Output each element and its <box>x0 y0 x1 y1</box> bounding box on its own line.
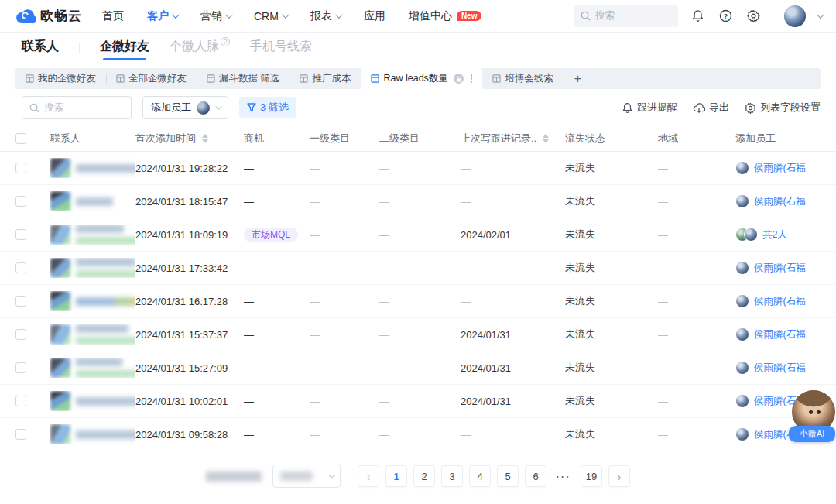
contact-cell[interactable] <box>50 424 135 444</box>
next-page-button[interactable]: › <box>608 465 630 487</box>
table-row[interactable]: 2024/01/31 10:02:01 — — — 2024/01/31 未流失… <box>0 385 836 418</box>
export-button[interactable]: 导出 <box>693 101 729 115</box>
tab-all-wecom-friends[interactable]: 全部企微好友 <box>106 68 197 89</box>
employee-name-link[interactable]: 侯雨膦(石福 <box>754 328 806 341</box>
page-ellipsis[interactable]: ··· <box>553 465 574 487</box>
tab-peibo-leads[interactable]: 培博会线索 <box>482 68 564 89</box>
employee-name-link[interactable]: 侯雨膦(石福 <box>754 295 806 308</box>
tab-raw-leads[interactable]: Raw leads数量 <box>361 68 482 89</box>
employee-name-link[interactable]: 侯雨膦(石福 <box>754 262 806 275</box>
page-button-3[interactable]: 3 <box>441 465 463 487</box>
page-button-1[interactable]: 1 <box>385 465 407 487</box>
add-tab-button[interactable]: + <box>564 68 592 89</box>
first-added-time: 2024/01/31 10:02:01 <box>135 396 244 407</box>
col-last-followup[interactable]: 上次写跟进记录.. <box>461 132 565 146</box>
row-checkbox[interactable] <box>15 163 26 173</box>
select-all-checkbox[interactable] <box>15 133 26 144</box>
user-menu-chevron-icon[interactable] <box>817 11 824 19</box>
notifications-bell-icon[interactable] <box>689 8 706 25</box>
sort-icon[interactable] <box>543 134 549 143</box>
page-button-2[interactable]: 2 <box>413 465 435 487</box>
subnav-item-contacts[interactable]: 联系人 <box>22 32 59 63</box>
col-first-added[interactable]: 首次添加时间 <box>135 132 244 146</box>
brand-logo[interactable]: 欧畅云 <box>15 7 82 25</box>
prev-page-button[interactable]: ‹ <box>358 465 379 487</box>
table-row[interactable]: 2024/01/31 16:17:28 — — — — 未流失 — 侯雨膦(石福 <box>0 285 836 318</box>
tab-more-icon[interactable] <box>471 74 473 83</box>
table-row[interactable]: 2024/01/31 17:33:42 — — — — 未流失 — 侯雨膦(石福 <box>0 252 836 285</box>
menu-item-marketing[interactable]: 营销 <box>200 9 231 23</box>
subnav-item-personal-network[interactable]: 个微人脉? <box>170 32 230 63</box>
churn-status-value: 未流失 <box>565 361 658 375</box>
contact-cell[interactable] <box>50 191 135 211</box>
contact-name-redacted <box>76 197 113 206</box>
category-2-value: — <box>379 429 461 441</box>
added-by-cell[interactable]: 侯雨膦(石福 <box>735 327 836 341</box>
user-avatar[interactable] <box>784 5 806 27</box>
table-search-input[interactable]: 搜索 <box>22 96 132 119</box>
page-button-6[interactable]: 6 <box>525 465 546 487</box>
global-search-input[interactable]: 搜索 <box>574 5 678 27</box>
contact-name-redacted <box>76 358 122 366</box>
subnav-item-wecom-friends[interactable]: 企微好友 <box>100 32 149 63</box>
table-row[interactable]: 2024/01/31 15:37:37 — — — 2024/01/31 未流失… <box>0 318 836 351</box>
settings-gear-icon[interactable] <box>745 8 762 25</box>
added-by-cell[interactable]: 侯雨膦(石福 <box>735 294 836 308</box>
contact-cell[interactable] <box>50 391 135 411</box>
added-by-cell[interactable]: 侯雨膦(石福 <box>735 261 836 275</box>
tab-promo-cost[interactable]: 推广成本 <box>290 68 361 89</box>
table-row[interactable]: 2024/01/31 15:27:09 — — — 2024/01/31 未流失… <box>0 351 836 385</box>
employee-filter-dropdown[interactable]: 添加员工 <box>142 96 228 119</box>
row-checkbox[interactable] <box>15 396 26 406</box>
employee-name-link[interactable]: 侯雨膦(石福 <box>754 162 806 175</box>
table-row[interactable]: 2024/01/31 18:09:19 市场MQL — — 2024/02/01… <box>0 218 836 252</box>
tab-funnel-data[interactable]: 漏斗数据 筛选 <box>197 68 290 89</box>
contact-cell[interactable] <box>50 358 135 378</box>
tab-my-wecom-friends[interactable]: 我的企微好友 <box>15 68 106 89</box>
table-row[interactable]: 2024/01/31 19:28:22 — — — — 未流失 — 侯雨膦(石福 <box>0 152 836 185</box>
employee-name-link[interactable]: 侯雨膦(石福 <box>754 195 806 208</box>
added-by-cell[interactable]: 侯雨膦(石福 <box>735 194 836 208</box>
help-icon[interactable]: ? <box>717 8 734 25</box>
page-button-19[interactable]: 19 <box>581 465 602 487</box>
employee-name-link[interactable]: 共2人 <box>762 228 787 242</box>
row-checkbox[interactable] <box>15 362 26 373</box>
active-filters-chip[interactable]: 3 筛选 <box>239 97 296 118</box>
contact-cell[interactable] <box>50 324 135 345</box>
added-by-cell[interactable]: 侯雨膦(石福 <box>735 361 836 375</box>
employee-name-link[interactable]: 侯雨膦(石福 <box>754 362 806 375</box>
contact-avatar-redacted <box>50 291 70 311</box>
column-settings-button[interactable]: 列表字段设置 <box>745 101 821 115</box>
menu-item-apps[interactable]: 应用 <box>364 9 385 23</box>
sort-icon[interactable] <box>202 134 208 143</box>
menu-item-value-center[interactable]: 增值中心New <box>409 9 482 23</box>
ai-assistant-widget[interactable]: 小微AI <box>789 390 835 442</box>
contact-cell[interactable] <box>50 225 135 245</box>
menu-item-home[interactable]: 首页 <box>102 9 124 23</box>
page-button-4[interactable]: 4 <box>469 465 491 487</box>
row-checkbox[interactable] <box>15 429 26 440</box>
ai-assistant-label[interactable]: 小微AI <box>789 426 835 442</box>
subnav-item-phone-leads[interactable]: 手机号线索 <box>250 32 312 63</box>
row-checkbox[interactable] <box>15 262 26 273</box>
table-row[interactable]: 2024/01/31 09:58:28 — — — — 未流失 — 侯雨膦(石福 <box>0 418 836 451</box>
menu-item-customers[interactable]: 客户 <box>147 9 177 23</box>
row-checkbox[interactable] <box>15 329 26 340</box>
region-value: — <box>658 362 735 374</box>
opportunity-value: — <box>244 329 254 341</box>
added-by-cell[interactable]: 侯雨膦(石福 <box>735 161 836 175</box>
row-checkbox[interactable] <box>15 196 26 207</box>
contact-cell[interactable] <box>50 158 135 178</box>
page-button-5[interactable]: 5 <box>497 465 519 487</box>
menu-item-reports[interactable]: 报表 <box>310 9 341 23</box>
contact-cell[interactable] <box>50 258 135 278</box>
row-checkbox[interactable] <box>15 229 26 240</box>
contact-cell[interactable] <box>50 291 135 311</box>
added-by-cell[interactable]: 共2人 <box>735 228 836 242</box>
page-size-dropdown[interactable] <box>272 465 341 488</box>
row-checkbox[interactable] <box>15 296 26 307</box>
contact-name-redacted <box>76 324 128 333</box>
follow-up-reminder-button[interactable]: 跟进提醒 <box>622 101 677 115</box>
table-row[interactable]: 2024/01/31 18:15:47 — — — — 未流失 — 侯雨膦(石福 <box>0 185 836 218</box>
menu-item-crm[interactable]: CRM <box>254 10 287 22</box>
